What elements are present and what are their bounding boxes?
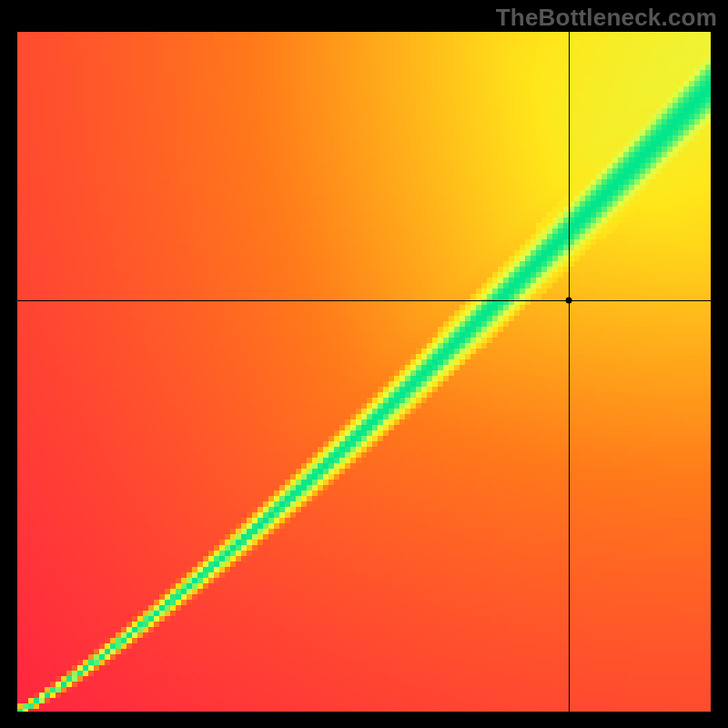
watermark-text: TheBottleneck.com (496, 4, 717, 32)
heatmap-canvas (17, 32, 711, 712)
crosshair-marker-dot (565, 298, 571, 304)
heatmap-plot (17, 32, 711, 712)
chart-frame: TheBottleneck.com (0, 0, 728, 728)
